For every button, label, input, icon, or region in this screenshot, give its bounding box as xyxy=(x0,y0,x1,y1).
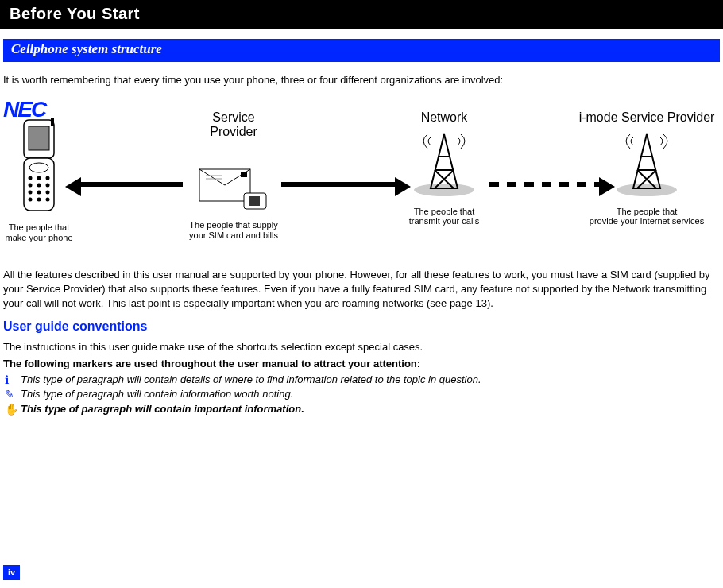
imode-label: i-mode Service Provider xyxy=(575,110,718,125)
svg-point-10 xyxy=(29,191,33,195)
page-number: iv xyxy=(3,565,20,580)
tower-icon xyxy=(408,126,480,198)
svg-point-13 xyxy=(29,198,33,202)
svg-point-11 xyxy=(37,191,41,195)
svg-rect-16 xyxy=(51,118,54,126)
svg-point-5 xyxy=(37,176,41,180)
marker-note: ✎ This type of paragraph will contain in… xyxy=(3,387,720,401)
svg-rect-20 xyxy=(241,172,247,177)
marker-info: ℹ This type of paragraph will contain de… xyxy=(3,373,720,387)
phone-caption: The people that make your phone xyxy=(3,222,75,242)
diagram-col-network: Network The people that transmit your ca… xyxy=(381,110,508,226)
svg-point-15 xyxy=(46,198,50,202)
section-title: Cellphone system structure xyxy=(3,39,720,62)
important-marker-icon: ✋ xyxy=(5,402,18,417)
arrow-head-left-icon xyxy=(65,177,81,196)
note-marker-icon: ✎ xyxy=(5,387,14,402)
svg-point-23 xyxy=(414,184,474,196)
marker-important: ✋ This type of paragraph will contain im… xyxy=(3,402,720,416)
svg-point-4 xyxy=(29,176,33,180)
svg-point-12 xyxy=(46,191,50,195)
svg-point-8 xyxy=(37,184,41,188)
arrow-line xyxy=(79,182,183,187)
diagram-col-imode: i-mode Service Provider The people that … xyxy=(575,110,718,226)
network-label: Network xyxy=(381,110,508,125)
service-label: Service Provider xyxy=(170,110,297,138)
intro-text: It is worth remembering that every time … xyxy=(3,73,720,87)
marker-text: This type of paragraph will contain info… xyxy=(21,388,293,400)
markers-intro: The following markers are used throughou… xyxy=(3,357,720,371)
conventions-heading: User guide conventions xyxy=(3,318,720,335)
diagram-col-phone: The people that make your phone xyxy=(3,118,75,242)
svg-point-29 xyxy=(617,184,677,196)
envelope-sim-icon xyxy=(198,164,269,212)
svg-point-14 xyxy=(37,198,41,202)
phone-icon xyxy=(16,118,62,214)
system-diagram: NEC The people that make your phone Serv… xyxy=(3,95,720,261)
tower-icon xyxy=(611,126,682,198)
svg-point-7 xyxy=(29,184,33,188)
svg-point-6 xyxy=(46,176,50,180)
imode-caption: The people that provide your Internet se… xyxy=(575,207,718,226)
svg-rect-22 xyxy=(249,196,260,206)
markers-list: ℹ This type of paragraph will contain de… xyxy=(3,373,720,416)
info-marker-icon: ℹ xyxy=(5,373,9,388)
svg-point-9 xyxy=(46,184,50,188)
network-caption: The people that transmit your calls xyxy=(381,207,508,226)
paragraph-features: All the features described in this user … xyxy=(3,268,720,310)
service-caption: The people that supply your SIM card and… xyxy=(170,220,297,240)
page-header: Before You Start xyxy=(0,0,723,29)
marker-text: This type of paragraph will contain impo… xyxy=(21,403,304,415)
conventions-intro: The instructions in this user guide make… xyxy=(3,340,720,354)
svg-point-3 xyxy=(29,163,48,172)
diagram-col-service: Service Provider The people that supply … xyxy=(170,110,297,240)
marker-text: This type of paragraph will contain deta… xyxy=(21,373,481,385)
svg-rect-1 xyxy=(29,126,49,150)
arrow-line xyxy=(281,182,396,187)
